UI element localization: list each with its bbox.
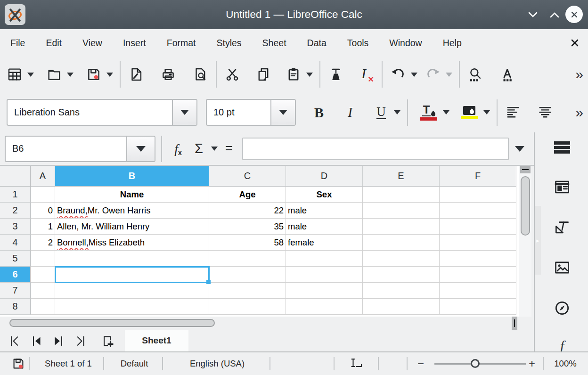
open-file-button[interactable] xyxy=(43,64,65,85)
name-box[interactable]: B6 xyxy=(5,136,155,162)
row-header-8[interactable]: 8 xyxy=(0,299,31,315)
cell-F8[interactable] xyxy=(440,299,516,315)
cell-D4[interactable]: female xyxy=(286,235,363,251)
page-style[interactable]: Default xyxy=(106,352,162,375)
underline-button[interactable]: U xyxy=(370,102,392,123)
cell-F1[interactable] xyxy=(440,187,516,203)
cell-C8[interactable] xyxy=(209,299,286,315)
new-spreadsheet-button[interactable] xyxy=(4,64,25,85)
highlight-color-button[interactable] xyxy=(457,100,482,125)
redo-button[interactable] xyxy=(422,64,444,85)
menu-item-edit[interactable]: Edit xyxy=(35,29,72,57)
font-name-combo[interactable]: Liberation Sans xyxy=(7,99,197,126)
hide-sidebar-handle[interactable]: ▸ xyxy=(535,206,541,275)
cell-C2[interactable]: 22 xyxy=(209,203,286,219)
font-name-dropdown-icon[interactable] xyxy=(172,100,196,125)
redo-dropdown-icon[interactable] xyxy=(444,64,454,85)
vertical-split-handle[interactable] xyxy=(520,166,531,173)
menu-item-tools[interactable]: Tools xyxy=(337,29,379,57)
cell-B4[interactable]: Bonnell, Miss Elizabeth xyxy=(55,235,209,251)
properties-icon[interactable] xyxy=(553,178,572,196)
formatting-overflow-icon[interactable]: » xyxy=(575,92,585,132)
cell-D1[interactable]: Sex xyxy=(286,187,363,203)
column-header-D[interactable]: D xyxy=(286,166,363,187)
toolbar-overflow-icon[interactable]: » xyxy=(575,57,585,92)
cell-E5[interactable] xyxy=(363,251,440,267)
select-function-button[interactable]: Σ xyxy=(188,138,209,160)
cell-A2[interactable]: 0 xyxy=(31,203,55,219)
cell-A1[interactable] xyxy=(31,187,55,203)
cell-reference[interactable]: B6 xyxy=(6,137,126,161)
function-wizard-button[interactable]: fx xyxy=(168,138,188,160)
cell-B3[interactable]: Allen, Mr. William Henry xyxy=(55,219,209,235)
close-document-icon[interactable] xyxy=(569,37,580,49)
cell-B2[interactable]: Braund, Mr. Owen Harris xyxy=(55,203,209,219)
cell-C4[interactable]: 58 xyxy=(209,235,286,251)
close-window-icon[interactable] xyxy=(565,6,583,23)
cell-B7[interactable] xyxy=(55,283,209,299)
name-box-dropdown-icon[interactable] xyxy=(126,137,155,161)
menu-item-styles[interactable]: Styles xyxy=(206,29,252,57)
horizontal-scrollbar[interactable] xyxy=(0,317,519,330)
menu-item-data[interactable]: Data xyxy=(297,29,337,57)
row-header-5[interactable]: 5 xyxy=(0,251,31,267)
align-left-button[interactable] xyxy=(502,102,524,123)
expand-formula-bar-icon[interactable] xyxy=(514,138,526,160)
export-pdf-button[interactable] xyxy=(125,64,147,85)
next-sheet-icon[interactable] xyxy=(49,333,68,350)
cell-D3[interactable]: male xyxy=(286,219,363,235)
vertical-scrollbar-thumb[interactable] xyxy=(521,176,530,236)
menu-item-window[interactable]: Window xyxy=(379,29,432,57)
print-preview-button[interactable] xyxy=(189,64,211,85)
cell-E7[interactable] xyxy=(363,283,440,299)
font-size-value[interactable]: 10 pt xyxy=(207,100,270,125)
cell-D8[interactable] xyxy=(286,299,363,315)
previous-sheet-icon[interactable] xyxy=(27,333,46,350)
font-name-value[interactable]: Liberation Sans xyxy=(8,100,172,125)
cell-D5[interactable] xyxy=(286,251,363,267)
cell-C5[interactable] xyxy=(209,251,286,267)
cell-D7[interactable] xyxy=(286,283,363,299)
cell-E8[interactable] xyxy=(363,299,440,315)
cell-C7[interactable] xyxy=(209,283,286,299)
zoom-slider-knob[interactable] xyxy=(471,359,480,368)
text-language[interactable]: English (USA) xyxy=(166,352,269,375)
cell-F7[interactable] xyxy=(440,283,516,299)
zoom-out-button[interactable]: − xyxy=(413,352,429,375)
print-button[interactable] xyxy=(157,64,179,85)
highlight-color-dropdown-icon[interactable] xyxy=(482,102,492,123)
cell-B6[interactable] xyxy=(55,267,209,283)
font-color-button[interactable]: T xyxy=(416,100,441,125)
menu-item-insert[interactable]: Insert xyxy=(113,29,156,57)
row-header-3[interactable]: 3 xyxy=(0,219,31,235)
column-header-A[interactable]: A xyxy=(31,166,55,187)
zoom-slider-track[interactable] xyxy=(434,363,526,365)
first-sheet-icon[interactable] xyxy=(6,333,24,350)
row-header-1[interactable]: 1 xyxy=(0,187,31,203)
sheet-tab-sheet1[interactable]: Sheet1 xyxy=(125,330,188,351)
copy-button[interactable] xyxy=(253,64,274,85)
font-color-dropdown-icon[interactable] xyxy=(441,102,451,123)
cell-F2[interactable] xyxy=(440,203,516,219)
cell-B1[interactable]: Name xyxy=(55,187,209,203)
undo-dropdown-icon[interactable] xyxy=(409,64,419,85)
spelling-button[interactable] xyxy=(497,64,518,85)
italic-button[interactable]: I xyxy=(339,102,361,123)
undo-button[interactable] xyxy=(387,64,409,85)
cell-A6[interactable] xyxy=(31,267,55,283)
formula-button[interactable]: = xyxy=(220,138,238,160)
save-button[interactable] xyxy=(83,64,105,85)
cell-F5[interactable] xyxy=(440,251,516,267)
cell-C1[interactable]: Age xyxy=(209,187,286,203)
new-dropdown-icon[interactable] xyxy=(25,64,36,85)
paste-button[interactable] xyxy=(283,64,304,85)
sidebar-settings-icon[interactable] xyxy=(553,138,572,157)
document-modified-icon[interactable] xyxy=(8,352,28,375)
save-dropdown-icon[interactable] xyxy=(105,64,115,85)
horizontal-scrollbar-thumb[interactable] xyxy=(9,319,215,327)
cell-B8[interactable] xyxy=(55,299,209,315)
last-sheet-icon[interactable] xyxy=(71,333,90,350)
font-size-combo[interactable]: 10 pt xyxy=(206,99,296,126)
zoom-level[interactable]: 100% xyxy=(545,352,586,375)
clear-formatting-button[interactable]: I ✕ xyxy=(355,64,377,85)
